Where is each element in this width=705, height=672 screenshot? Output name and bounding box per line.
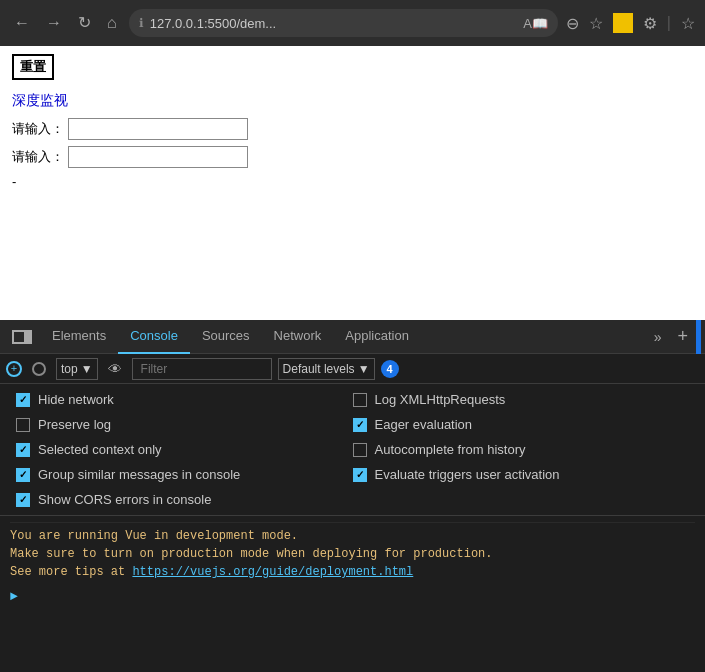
add-tab-button[interactable]: + — [669, 326, 696, 347]
hide-network-checkbox[interactable] — [16, 393, 30, 407]
chrome-icons: ⊖ ☆ ⚙ | ☆ — [566, 13, 695, 33]
eye-icon-button[interactable]: 👁 — [104, 359, 126, 379]
devtools-tabs: Elements Console Sources Network Applica… — [0, 320, 705, 354]
eager-eval-checkbox[interactable] — [353, 418, 367, 432]
devtools-panel: Elements Console Sources Network Applica… — [0, 320, 705, 672]
dropdown-arrow-icon: ▼ — [81, 362, 93, 376]
url-text: 127.0.0.1:5500/dem... — [150, 16, 518, 31]
evaluate-triggers-checkbox[interactable] — [353, 468, 367, 482]
page-content: 重置 深度监视 请输入： 请输入： - — [0, 46, 705, 320]
checkbox-log-xhr[interactable]: Log XMLHttpRequests — [353, 392, 690, 407]
more-tabs-button[interactable]: » — [646, 329, 670, 345]
checkbox-group-similar[interactable]: Group similar messages in console — [16, 467, 353, 482]
browser-chrome: ← → ↻ ⌂ ℹ 127.0.0.1:5500/dem... A📖 ⊖ ☆ ⚙… — [0, 0, 705, 46]
levels-arrow-icon: ▼ — [358, 362, 370, 376]
settings-col-right: Log XMLHttpRequests Eager evaluation Aut… — [353, 392, 690, 507]
favorites-icon[interactable]: ☆ — [589, 14, 603, 33]
input-field-1[interactable] — [68, 118, 248, 140]
eye-icon: 👁 — [108, 361, 122, 377]
vue-deployment-link[interactable]: https://vuejs.org/guide/deployment.html — [132, 565, 413, 579]
reload-button[interactable]: ↻ — [74, 11, 95, 35]
sidebar-toggle[interactable] — [12, 330, 32, 344]
cors-errors-checkbox[interactable] — [16, 493, 30, 507]
back-button[interactable]: ← — [10, 11, 34, 35]
forward-button[interactable]: → — [42, 11, 66, 35]
context-selector[interactable]: top ▼ — [56, 358, 98, 380]
error-count-badge: 4 — [381, 360, 399, 378]
checkbox-cors-errors[interactable]: Show CORS errors in console — [16, 492, 353, 507]
console-output: You are running Vue in development mode.… — [0, 516, 705, 672]
input-field-2[interactable] — [68, 146, 248, 168]
selected-context-checkbox[interactable] — [16, 443, 30, 457]
tab-elements[interactable]: Elements — [40, 320, 118, 354]
filter-input[interactable] — [132, 358, 272, 380]
prompt-arrow-icon: ► — [10, 589, 18, 604]
menu-icon[interactable]: ☆ — [681, 14, 695, 33]
console-settings-panel: Hide network Preserve log Selected conte… — [0, 384, 705, 516]
form-row-2: 请输入： — [12, 146, 693, 168]
group-similar-checkbox[interactable] — [16, 468, 30, 482]
autocomplete-history-checkbox[interactable] — [353, 443, 367, 457]
info-icon: ℹ — [139, 16, 144, 30]
form-row-1: 请输入： — [12, 118, 693, 140]
profile-icon[interactable] — [613, 13, 633, 33]
top-label: top — [61, 362, 78, 376]
checkbox-eager-eval[interactable]: Eager evaluation — [353, 417, 690, 432]
tab-console[interactable]: Console — [118, 320, 190, 354]
tab-application[interactable]: Application — [333, 320, 421, 354]
tab-sources[interactable]: Sources — [190, 320, 262, 354]
read-mode-icon: A📖 — [523, 16, 548, 31]
home-button[interactable]: ⌂ — [103, 11, 121, 35]
address-bar[interactable]: ℹ 127.0.0.1:5500/dem... A📖 — [129, 9, 558, 37]
log-levels-dropdown[interactable]: Default levels ▼ — [278, 358, 375, 380]
extensions-icon[interactable]: ⚙ — [643, 14, 657, 33]
page-title: 深度监视 — [12, 92, 693, 110]
settings-col-left: Hide network Preserve log Selected conte… — [16, 392, 353, 507]
checkbox-evaluate-triggers[interactable]: Evaluate triggers user activation — [353, 467, 690, 482]
log-xhr-checkbox[interactable] — [353, 393, 367, 407]
console-message-vue: You are running Vue in development mode.… — [10, 522, 695, 585]
checkbox-hide-network[interactable]: Hide network — [16, 392, 353, 407]
right-border — [696, 320, 701, 354]
console-toolbar: + top ▼ 👁 Default levels ▼ 4 — [0, 354, 705, 384]
stop-recording-button[interactable] — [28, 360, 50, 378]
form-label-2: 请输入： — [12, 148, 64, 166]
form-label-1: 请输入： — [12, 120, 64, 138]
checkbox-preserve-log[interactable]: Preserve log — [16, 417, 353, 432]
clear-console-button[interactable]: + — [6, 361, 22, 377]
zoom-icon[interactable]: ⊖ — [566, 14, 579, 33]
console-prompt[interactable]: ► — [10, 585, 695, 608]
tab-network[interactable]: Network — [262, 320, 334, 354]
reset-button[interactable]: 重置 — [12, 54, 54, 80]
dash-line: - — [12, 174, 693, 189]
checkbox-autocomplete-history[interactable]: Autocomplete from history — [353, 442, 690, 457]
preserve-log-checkbox[interactable] — [16, 418, 30, 432]
checkbox-selected-context[interactable]: Selected context only — [16, 442, 353, 457]
